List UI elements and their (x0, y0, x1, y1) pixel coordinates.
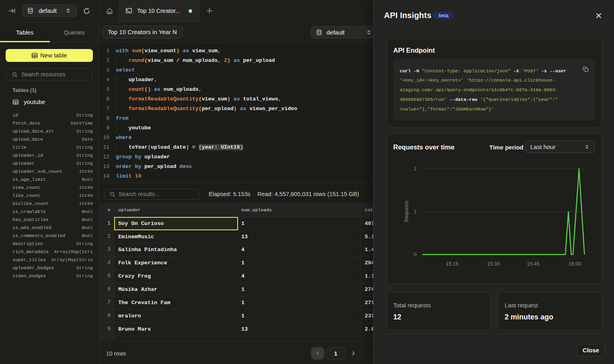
svg-text:Requests: Requests (404, 201, 409, 222)
svg-text:2: 2 (414, 166, 417, 172)
svg-text:1: 1 (414, 209, 417, 215)
svg-text:15:45: 15:45 (527, 261, 539, 267)
svg-text:15:15: 15:15 (446, 261, 458, 267)
svg-text:0: 0 (414, 252, 417, 258)
svg-text:15:30: 15:30 (487, 261, 499, 267)
svg-text:16:00: 16:00 (569, 261, 581, 267)
